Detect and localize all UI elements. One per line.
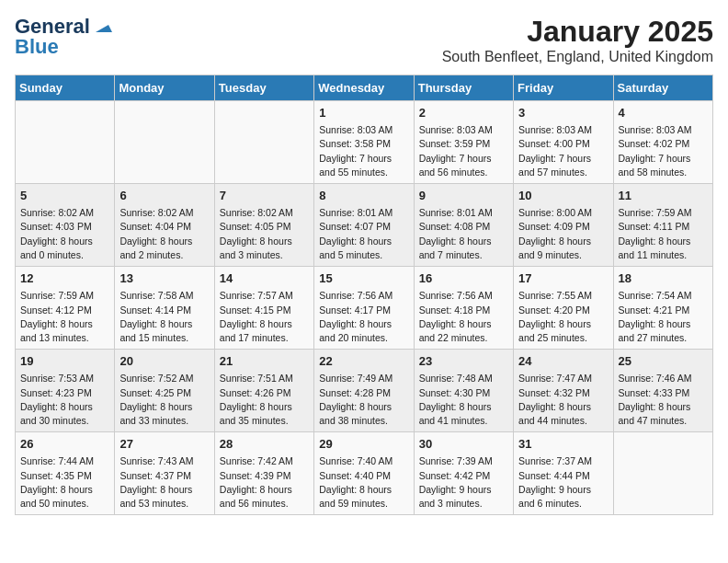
calendar-cell: 22Sunrise: 7:49 AMSunset: 4:28 PMDayligh… [314,350,414,432]
day-detail: Sunrise: 7:54 AMSunset: 4:21 PMDaylight:… [619,289,708,345]
day-detail: Sunrise: 7:39 AMSunset: 4:42 PMDaylight:… [419,454,508,511]
day-number: 18 [619,270,708,287]
weekday-header-wednesday: Wednesday [314,75,414,101]
day-detail: Sunrise: 7:59 AMSunset: 4:11 PMDaylight:… [619,206,708,262]
calendar-cell: 5Sunrise: 8:02 AMSunset: 4:03 PMDaylight… [16,184,115,267]
day-detail: Sunrise: 8:00 AMSunset: 4:09 PMDaylight:… [518,206,608,262]
weekday-header-row: SundayMondayTuesdayWednesdayThursdayFrid… [16,75,713,101]
day-number: 14 [220,270,309,287]
day-number: 21 [220,353,309,370]
calendar-cell: 19Sunrise: 7:53 AMSunset: 4:23 PMDayligh… [16,350,115,432]
calendar-cell: 3Sunrise: 8:03 AMSunset: 4:00 PMDaylight… [514,101,613,184]
logo: General Blue [15,15,112,59]
calendar-cell: 20Sunrise: 7:52 AMSunset: 4:25 PMDayligh… [115,350,214,432]
day-detail: Sunrise: 7:52 AMSunset: 4:25 PMDaylight:… [119,372,209,428]
calendar-cell: 26Sunrise: 7:44 AMSunset: 4:35 PMDayligh… [16,432,115,515]
day-detail: Sunrise: 7:56 AMSunset: 4:18 PMDaylight:… [419,289,508,345]
day-number: 2 [419,105,508,121]
calendar-week-row: 1Sunrise: 8:03 AMSunset: 3:58 PMDaylight… [16,101,713,184]
title-area: January 2025 South Benfleet, England, Un… [442,15,713,65]
day-detail: Sunrise: 8:03 AMSunset: 4:02 PMDaylight:… [619,123,708,179]
day-number: 3 [518,105,608,121]
day-number: 20 [119,353,209,370]
day-number: 26 [20,436,109,453]
calendar-cell: 4Sunrise: 8:03 AMSunset: 4:02 PMDaylight… [613,101,712,184]
day-detail: Sunrise: 7:57 AMSunset: 4:15 PMDaylight:… [220,289,309,345]
calendar-cell: 7Sunrise: 8:02 AMSunset: 4:05 PMDaylight… [214,184,313,267]
calendar-cell [16,101,115,184]
calendar-week-row: 26Sunrise: 7:44 AMSunset: 4:35 PMDayligh… [16,432,713,515]
calendar-cell: 21Sunrise: 7:51 AMSunset: 4:26 PMDayligh… [214,350,313,432]
calendar-week-row: 12Sunrise: 7:59 AMSunset: 4:12 PMDayligh… [16,267,713,350]
weekday-header-friday: Friday [514,75,613,101]
day-number: 28 [220,436,309,453]
day-detail: Sunrise: 7:59 AMSunset: 4:12 PMDaylight:… [20,289,109,345]
calendar-cell: 29Sunrise: 7:40 AMSunset: 4:40 PMDayligh… [314,432,414,515]
day-number: 11 [619,188,708,204]
calendar-cell: 12Sunrise: 7:59 AMSunset: 4:12 PMDayligh… [16,267,115,350]
day-detail: Sunrise: 8:03 AMSunset: 4:00 PMDaylight:… [518,123,608,179]
weekday-header-tuesday: Tuesday [214,75,313,101]
day-detail: Sunrise: 7:44 AMSunset: 4:35 PMDaylight:… [20,454,109,511]
day-number: 22 [319,353,408,370]
calendar-cell: 24Sunrise: 7:47 AMSunset: 4:32 PMDayligh… [514,350,613,432]
day-number: 15 [319,270,408,287]
month-title: January 2025 [442,15,713,49]
logo-blue: Blue [15,35,59,59]
calendar-cell: 14Sunrise: 7:57 AMSunset: 4:15 PMDayligh… [214,267,313,350]
day-number: 13 [119,270,209,287]
day-number: 23 [419,353,508,370]
day-detail: Sunrise: 7:58 AMSunset: 4:14 PMDaylight:… [119,289,209,345]
day-number: 7 [220,188,309,204]
day-detail: Sunrise: 8:03 AMSunset: 3:59 PMDaylight:… [419,123,508,179]
day-detail: Sunrise: 7:40 AMSunset: 4:40 PMDaylight:… [319,454,408,511]
calendar-cell: 9Sunrise: 8:01 AMSunset: 4:08 PMDaylight… [414,184,513,267]
calendar-cell: 23Sunrise: 7:48 AMSunset: 4:30 PMDayligh… [414,350,513,432]
day-number: 8 [319,188,408,204]
calendar-cell: 27Sunrise: 7:43 AMSunset: 4:37 PMDayligh… [115,432,214,515]
calendar-cell: 10Sunrise: 8:00 AMSunset: 4:09 PMDayligh… [514,184,613,267]
calendar-cell: 11Sunrise: 7:59 AMSunset: 4:11 PMDayligh… [613,184,712,267]
day-detail: Sunrise: 7:43 AMSunset: 4:37 PMDaylight:… [119,454,209,511]
day-detail: Sunrise: 7:53 AMSunset: 4:23 PMDaylight:… [20,372,109,428]
calendar-cell: 28Sunrise: 7:42 AMSunset: 4:39 PMDayligh… [214,432,313,515]
day-number: 24 [518,353,608,370]
calendar-cell [115,101,214,184]
weekday-header-monday: Monday [115,75,214,101]
day-detail: Sunrise: 7:51 AMSunset: 4:26 PMDaylight:… [220,372,309,428]
calendar-cell: 31Sunrise: 7:37 AMSunset: 4:44 PMDayligh… [514,432,613,515]
day-number: 27 [119,436,209,453]
calendar-cell: 6Sunrise: 8:02 AMSunset: 4:04 PMDaylight… [115,184,214,267]
weekday-header-sunday: Sunday [16,75,115,101]
day-detail: Sunrise: 8:03 AMSunset: 3:58 PMDaylight:… [319,123,408,179]
day-detail: Sunrise: 7:55 AMSunset: 4:20 PMDaylight:… [518,289,608,345]
calendar-cell: 15Sunrise: 7:56 AMSunset: 4:17 PMDayligh… [314,267,414,350]
calendar-cell: 18Sunrise: 7:54 AMSunset: 4:21 PMDayligh… [613,267,712,350]
day-number: 16 [419,270,508,287]
calendar-cell [613,432,712,515]
page-header: General Blue January 2025 South Benfleet… [15,15,713,65]
day-number: 12 [20,270,109,287]
calendar-cell: 13Sunrise: 7:58 AMSunset: 4:14 PMDayligh… [115,267,214,350]
calendar-cell: 30Sunrise: 7:39 AMSunset: 4:42 PMDayligh… [414,432,513,515]
calendar-table: SundayMondayTuesdayWednesdayThursdayFrid… [15,75,713,515]
day-detail: Sunrise: 7:47 AMSunset: 4:32 PMDaylight:… [518,372,608,428]
day-number: 17 [518,270,608,287]
day-number: 19 [20,353,109,370]
svg-marker-0 [96,25,112,32]
calendar-week-row: 5Sunrise: 8:02 AMSunset: 4:03 PMDaylight… [16,184,713,267]
day-number: 4 [619,105,708,121]
day-number: 10 [518,188,608,204]
day-detail: Sunrise: 7:37 AMSunset: 4:44 PMDaylight:… [518,454,608,511]
logo-icon [92,16,112,36]
day-number: 5 [20,188,109,204]
day-number: 29 [319,436,408,453]
day-detail: Sunrise: 8:02 AMSunset: 4:03 PMDaylight:… [20,206,109,262]
day-number: 31 [518,436,608,453]
calendar-cell [214,101,313,184]
day-detail: Sunrise: 7:56 AMSunset: 4:17 PMDaylight:… [319,289,408,345]
day-number: 6 [119,188,209,204]
calendar-cell: 17Sunrise: 7:55 AMSunset: 4:20 PMDayligh… [514,267,613,350]
day-detail: Sunrise: 7:48 AMSunset: 4:30 PMDaylight:… [419,372,508,428]
calendar-cell: 25Sunrise: 7:46 AMSunset: 4:33 PMDayligh… [613,350,712,432]
